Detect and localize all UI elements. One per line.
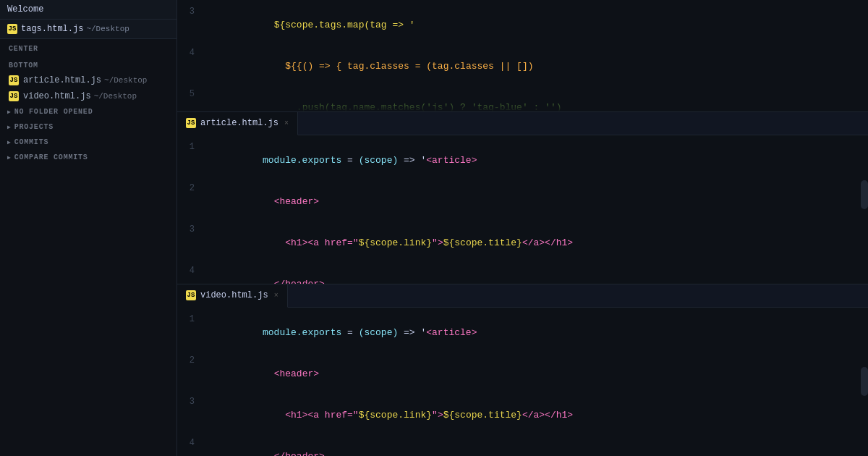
sidebar-tags-file[interactable]: JS tags.html.js ~/Desktop bbox=[0, 20, 176, 39]
code-line: 3 ${scope.tags.map(tag => ' bbox=[177, 4, 868, 46]
section-projects-label: PROJECTS bbox=[14, 123, 54, 131]
video-tab-label: video.html.js bbox=[200, 290, 268, 300]
sidebar-article-file[interactable]: JS article.html.js ~/Desktop bbox=[0, 72, 176, 88]
section-center: CENTER bbox=[0, 39, 176, 56]
sidebar-welcome-tab[interactable]: Welcome bbox=[0, 0, 176, 20]
scrollbar-video[interactable] bbox=[861, 367, 868, 396]
code-line: 2 <header> bbox=[177, 181, 868, 222]
section-no-folder-label: NO FOLDER OPENED bbox=[14, 108, 93, 116]
video-code: 1 module.exports = (scope) => '<article>… bbox=[177, 308, 868, 456]
tags-panel-partial: 3 ${scope.tags.map(tag => ' 4 ${{() => {… bbox=[177, 0, 868, 112]
article-tab-bar: JS article.html.js × bbox=[177, 112, 868, 135]
js-icon-tab: JS bbox=[186, 118, 196, 128]
sidebar: Welcome JS tags.html.js ~/Desktop CENTER… bbox=[0, 0, 177, 456]
article-filename: article.html.js bbox=[23, 75, 101, 85]
video-panel: JS video.html.js × 1 module.exports = (s… bbox=[177, 284, 868, 456]
section-commits[interactable]: ▶ COMMITS bbox=[0, 135, 176, 150]
video-filename: video.html.js bbox=[23, 91, 91, 101]
code-line: 3 <h1><a href="${scope.link}">${scope.ti… bbox=[177, 222, 868, 263]
js-icon-video: JS bbox=[9, 91, 19, 101]
arrow-icon: ▶ bbox=[7, 109, 12, 115]
section-no-folder[interactable]: ▶ NO FOLDER OPENED bbox=[0, 104, 176, 119]
code-line: 4 ${{() => { tag.classes = (tag.classes … bbox=[177, 46, 868, 87]
section-projects[interactable]: ▶ PROJECTS bbox=[0, 119, 176, 135]
arrow-icon-compare: ▶ bbox=[7, 154, 12, 161]
code-line: 3 <h1><a href="${scope.link}">${scope.ti… bbox=[177, 394, 868, 436]
scrollbar[interactable] bbox=[861, 180, 868, 209]
code-line: 4 </header> bbox=[177, 263, 868, 284]
js-icon-article: JS bbox=[9, 75, 19, 85]
arrow-icon-projects: ▶ bbox=[7, 124, 12, 130]
close-icon[interactable]: × bbox=[284, 119, 289, 127]
video-tab[interactable]: JS video.html.js × bbox=[177, 284, 288, 308]
article-code: 1 module.exports = (scope) => '<article>… bbox=[177, 135, 868, 284]
code-line: 4 </header> bbox=[177, 436, 868, 456]
section-bottom: BOTTOM bbox=[0, 56, 176, 72]
article-panel: JS article.html.js × 1 module.exports = … bbox=[177, 112, 868, 284]
js-icon: JS bbox=[7, 24, 17, 34]
editor-area: 3 ${scope.tags.map(tag => ' 4 ${{() => {… bbox=[177, 0, 868, 456]
section-commits-label: COMMITS bbox=[14, 138, 49, 146]
code-line: 1 module.exports = (scope) => '<article> bbox=[177, 140, 868, 181]
sidebar-video-file[interactable]: JS video.html.js ~/Desktop bbox=[0, 88, 176, 104]
video-path: ~/Desktop bbox=[94, 92, 137, 101]
arrow-icon-commits: ▶ bbox=[7, 139, 12, 145]
close-icon-video[interactable]: × bbox=[274, 292, 278, 300]
tags-path: ~/Desktop bbox=[86, 25, 129, 33]
tags-filename: tags.html.js bbox=[21, 24, 83, 34]
tags-code: 3 ${scope.tags.map(tag => ' 4 ${{() => {… bbox=[177, 0, 868, 112]
article-tab[interactable]: JS article.html.js × bbox=[177, 112, 298, 135]
section-compare-label: COMPARE COMMITS bbox=[14, 153, 88, 161]
code-line: 2 <header> bbox=[177, 353, 868, 394]
js-icon-tab-video: JS bbox=[186, 290, 196, 300]
section-compare-commits[interactable]: ▶ COMPARE COMMITS bbox=[0, 150, 176, 165]
code-line: 5 .push(tag.name.matches('js') ? 'tag-bl… bbox=[177, 87, 868, 112]
welcome-label: Welcome bbox=[7, 4, 43, 14]
video-tab-bar: JS video.html.js × bbox=[177, 284, 868, 308]
article-tab-label: article.html.js bbox=[200, 118, 278, 128]
code-line: 1 module.exports = (scope) => '<article> bbox=[177, 312, 868, 353]
article-path: ~/Desktop bbox=[104, 76, 147, 85]
